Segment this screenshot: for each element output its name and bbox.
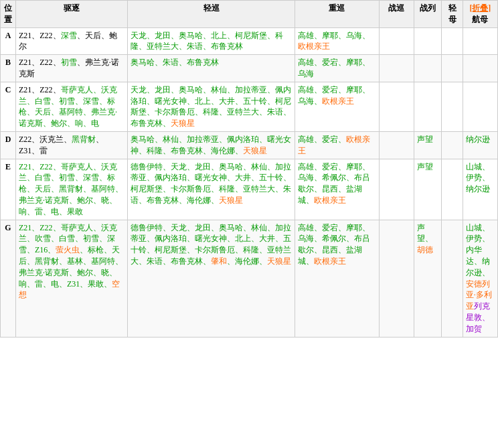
row-hangmu	[463, 55, 497, 82]
row-zhongjun: 高雄、摩耶、乌海、欧根亲王	[295, 27, 379, 55]
row-qingjun: 德鲁伊特、天龙、龙田、奥马哈、林仙、加拉蒂亚、佩内洛珀、曙光女神、大井、五十铃、…	[127, 159, 295, 220]
row-position: D	[1, 131, 16, 159]
row-qingmu	[442, 27, 463, 55]
row-qingmu	[442, 131, 463, 159]
table-row: AZ21、Z22、深雪、天后、鲍尔天龙、龙田、奥马哈、北上、柯尼斯堡、科隆、亚特…	[1, 27, 498, 55]
row-zhanlie: 声望	[414, 159, 442, 220]
row-hangmu	[463, 27, 497, 55]
header-qingmu: 轻母	[442, 1, 463, 28]
row-qingmu	[442, 82, 463, 131]
header-zhanlie: 战列	[414, 1, 442, 28]
table-row: CZ21、Z22、哥萨克人、沃克兰、白雪、初雪、深雪、标枪、天后、基阿特、弗兰克…	[1, 82, 498, 131]
row-qingmu	[442, 55, 463, 82]
ship-table: 位置 驱逐 轻巡 重巡 战巡 战列 轻母 [折叠] 航母 AZ21、Z22、深雪…	[0, 0, 498, 338]
row-zhanlie: 声望	[414, 131, 442, 159]
hangmu-label: 航母	[472, 15, 488, 24]
row-position: A	[1, 27, 16, 55]
row-zhanjun	[379, 159, 414, 220]
row-position: G	[1, 220, 16, 337]
row-position: C	[1, 82, 16, 131]
row-hangmu: 山城、伊势、内华达、纳尔逊、安德列亚·多利亚列克星敦、加贺	[463, 220, 497, 337]
row-zhanjun	[379, 220, 414, 337]
row-qingjun: 奥马哈、林仙、加拉蒂亚、佩内洛珀、曙光女神、科隆、布鲁克林、海伦娜、天狼星	[127, 131, 295, 159]
row-zhanjun	[379, 131, 414, 159]
row-qingjun: 德鲁伊特、天龙、龙田、奥马哈、林仙、加拉蒂亚、佩内洛珀、曙光女神、北上、大井、五…	[127, 220, 295, 337]
header-pos: 位置	[1, 1, 16, 28]
row-zhanlie	[414, 27, 442, 55]
header-qingjun: 轻巡	[127, 1, 295, 28]
row-zhanlie	[414, 55, 442, 82]
row-position: B	[1, 55, 16, 82]
table-row: GZ21、Z22、哥萨克人、沃克兰、吹雪、白雪、初雪、深雪、Z16、萤火虫、标枪…	[1, 220, 498, 337]
row-zhongjun: 高雄、爱宕、摩耶、乌海、希佩尔、布吕歇尔、昆西、盐湖城、欧根亲王	[295, 220, 379, 337]
row-hangmu: 山城、伊势、纳尔逊	[463, 159, 497, 220]
header-quzhu: 驱逐	[15, 1, 127, 28]
row-zhanjun	[379, 55, 414, 82]
row-position: E	[1, 159, 16, 220]
row-zhanlie	[414, 82, 442, 131]
row-hangmu	[463, 82, 497, 131]
table-row: BZ21、Z22、初雪、弗兰克·诺克斯奥马哈、朱语、布鲁克林高雄、爱宕、摩耶、乌…	[1, 55, 498, 82]
table-row: EZ21、Z22、哥萨克人、沃克兰、白雪、初雪、深雪、标枪、天后、黑背豺、基阿特…	[1, 159, 498, 220]
row-quzhu: Z22、沃克兰、黑背豺、Z31、雷	[15, 131, 127, 159]
row-zhanjun	[379, 82, 414, 131]
row-zhongjun: 高雄、爱宕、欧根亲王	[295, 131, 379, 159]
header-hangmu: [折叠] 航母	[463, 1, 497, 28]
header-zhanjun: 战巡	[379, 1, 414, 28]
row-quzhu: Z21、Z22、哥萨克人、沃克兰、白雪、初雪、深雪、标枪、天后、黑背豺、基阿特、…	[15, 159, 127, 220]
row-zhongjun: 高雄、爱宕、摩耶、乌海、欧根亲王	[295, 82, 379, 131]
row-quzhu: Z21、Z22、初雪、弗兰克·诺克斯	[15, 55, 127, 82]
row-zhongjun: 高雄、爱宕、摩耶、乌海、希佩尔、布吕歇尔、昆西、盐湖城、欧根亲王	[295, 159, 379, 220]
row-quzhu: Z21、Z22、哥萨克人、沃克兰、白雪、初雪、深雪、标枪、天后、基阿特、弗兰克·…	[15, 82, 127, 131]
row-quzhu: Z21、Z22、哥萨克人、沃克兰、吹雪、白雪、初雪、深雪、Z16、萤火虫、标枪、…	[15, 220, 127, 337]
row-qingmu	[442, 220, 463, 337]
row-zhanjun	[379, 27, 414, 55]
row-qingjun: 天龙、龙田、奥马哈、北上、柯尼斯堡、科隆、亚特兰大、朱语、布鲁克林	[127, 27, 295, 55]
table-row: DZ22、沃克兰、黑背豺、Z31、雷奥马哈、林仙、加拉蒂亚、佩内洛珀、曙光女神、…	[1, 131, 498, 159]
header-row: 位置 驱逐 轻巡 重巡 战巡 战列 轻母 [折叠] 航母	[1, 1, 498, 28]
fold-link[interactable]: [折叠]	[469, 3, 491, 13]
main-table-container: 位置 驱逐 轻巡 重巡 战巡 战列 轻母 [折叠] 航母 AZ21、Z22、深雪…	[0, 0, 498, 338]
row-zhanlie: 声望、胡德	[414, 220, 442, 337]
row-qingmu	[442, 159, 463, 220]
row-qingjun: 奥马哈、朱语、布鲁克林	[127, 55, 295, 82]
row-quzhu: Z21、Z22、深雪、天后、鲍尔	[15, 27, 127, 55]
row-qingjun: 天龙、龙田、奥马哈、林仙、加拉蒂亚、佩内洛珀、曙光女神、北上、大井、五十铃、柯尼…	[127, 82, 295, 131]
row-hangmu: 纳尔逊	[463, 131, 497, 159]
row-zhongjun: 高雄、爱宕、摩耶、乌海	[295, 55, 379, 82]
header-zhongjun: 重巡	[295, 1, 379, 28]
